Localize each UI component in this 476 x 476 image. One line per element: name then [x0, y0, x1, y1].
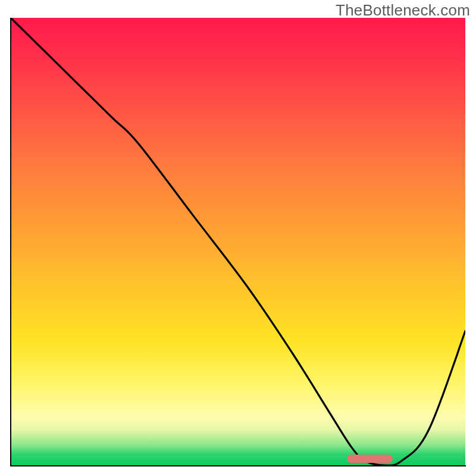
optimal-range-marker	[347, 455, 392, 463]
x-axis	[10, 465, 466, 466]
watermark-text: TheBottleneck.com	[336, 1, 470, 20]
y-axis	[10, 18, 11, 466]
plot-area	[11, 18, 465, 465]
bottleneck-curve	[11, 18, 465, 465]
curve-layer	[11, 18, 465, 465]
chart-stage: TheBottleneck.com	[0, 0, 476, 476]
